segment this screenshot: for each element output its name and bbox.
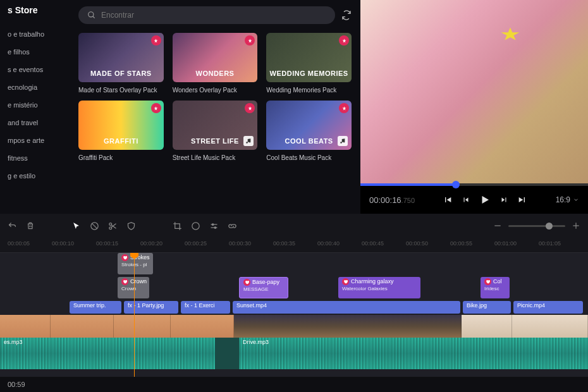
skip-start-icon[interactable] bbox=[443, 194, 453, 205]
pack-card[interactable]: STREET LIFEStreet Life Music Pack bbox=[173, 101, 258, 162]
clip-sublabel: Iridesc bbox=[484, 286, 506, 291]
pointer-tool-icon[interactable] bbox=[71, 221, 81, 231]
pack-thumb-text: COOL BEATS bbox=[285, 137, 333, 145]
heart-icon bbox=[121, 278, 128, 285]
preview-video[interactable] bbox=[360, 0, 588, 183]
overlay-track-1[interactable]: StrokesStrokes - pl bbox=[0, 253, 588, 276]
sidebar-item[interactable]: g e estilo bbox=[8, 167, 70, 185]
heart-icon bbox=[484, 278, 491, 285]
ruler-tick: 00:00:20 bbox=[140, 238, 185, 252]
time-ruler[interactable]: 00:00:0500:00:1000:00:1500:00:2000:00:25… bbox=[0, 238, 588, 253]
premium-badge-icon bbox=[245, 35, 255, 46]
svg-line-3 bbox=[92, 223, 97, 229]
search-box[interactable] bbox=[78, 6, 335, 24]
undo-icon[interactable] bbox=[8, 221, 17, 231]
video-thumb-track[interactable] bbox=[0, 315, 588, 338]
pack-thumb: WONDERS bbox=[173, 33, 258, 82]
refresh-icon[interactable] bbox=[341, 10, 352, 20]
clip[interactable]: Bike.jpg bbox=[463, 301, 511, 314]
sidebar-item[interactable]: mpos e arte bbox=[8, 132, 70, 149]
clip-label: Sunset.mp4 bbox=[236, 302, 267, 309]
clip[interactable]: Base-papyMESSAGE bbox=[239, 277, 288, 298]
audio-clip[interactable]: Drive.mp3 bbox=[239, 338, 588, 369]
clip[interactable]: Picnic.mp4 bbox=[513, 301, 583, 314]
video-thumbnail[interactable] bbox=[171, 315, 234, 338]
overlay-track-2[interactable]: CrownCrownBase-papyMESSAGECharming galax… bbox=[0, 277, 588, 300]
pack-thumb-text: MADE OF STARS bbox=[90, 70, 152, 77]
pack-title: Wonders Overlay Pack bbox=[173, 86, 258, 94]
link-tool-icon[interactable] bbox=[228, 221, 237, 231]
zoom-in-icon[interactable] bbox=[572, 221, 580, 230]
adjust-tool-icon[interactable] bbox=[209, 221, 219, 231]
timecode: 00:00:16.750 bbox=[369, 195, 415, 205]
store-title: s Store bbox=[8, 5, 70, 15]
sidebar-item[interactable]: s e eventos bbox=[8, 61, 70, 78]
video-thumbnail[interactable] bbox=[114, 315, 171, 338]
aspect-ratio-selector[interactable]: 16:9 bbox=[556, 195, 579, 204]
circle-tool-icon[interactable] bbox=[191, 221, 200, 231]
pack-card[interactable]: GRAFFITIGraffiti Pack bbox=[78, 101, 164, 162]
play-icon[interactable] bbox=[479, 194, 491, 205]
pack-card[interactable]: WEDDING MEMORIESWedding Memories Pack bbox=[266, 33, 352, 94]
premium-badge-icon bbox=[339, 103, 349, 113]
tracks-area[interactable]: StrokesStrokes - pl CrownCrownBase-papyM… bbox=[0, 253, 588, 377]
clip-label: Summer trip. bbox=[73, 302, 106, 309]
ruler-tick: 00:00:25 bbox=[185, 238, 229, 252]
clip-label: fx - 1 Exerci bbox=[185, 302, 215, 309]
pack-title: Street Life Music Pack bbox=[173, 154, 258, 162]
step-back-icon[interactable] bbox=[462, 194, 470, 205]
clip[interactable]: CrownCrown bbox=[118, 277, 149, 298]
sidebar-item[interactable]: ecnologia bbox=[8, 78, 70, 96]
svg-point-0 bbox=[89, 12, 94, 17]
sidebar-item[interactable]: fitness bbox=[8, 149, 70, 167]
ruler-tick: 00:00:35 bbox=[273, 238, 317, 252]
pack-card[interactable]: MADE OF STARSMade of Stars Overlay Pack bbox=[78, 33, 164, 94]
search-icon bbox=[87, 11, 96, 20]
video-thumbnail[interactable] bbox=[0, 315, 51, 338]
zoom-out-icon[interactable] bbox=[493, 221, 502, 230]
ruler-tick: 00:01:00 bbox=[494, 238, 539, 252]
search-input[interactable] bbox=[101, 11, 326, 20]
clip[interactable]: fx - 1 Party.jpg bbox=[124, 301, 178, 314]
clip[interactable]: Charming galaxyWatercolor Galaxies bbox=[338, 277, 420, 298]
sidebar-item[interactable]: e filhos bbox=[8, 43, 70, 61]
split-tool-icon[interactable] bbox=[108, 221, 118, 231]
video-thumbnail[interactable] bbox=[234, 315, 462, 338]
video-thumbnail[interactable] bbox=[51, 315, 114, 338]
pack-card[interactable]: WONDERSWonders Overlay Pack bbox=[173, 33, 258, 94]
step-forward-icon[interactable] bbox=[499, 194, 508, 205]
sidebar-item[interactable]: and travel bbox=[8, 114, 70, 132]
audio-track[interactable]: es.mp3Drive.mp3 bbox=[0, 338, 588, 369]
delete-icon[interactable] bbox=[26, 221, 35, 231]
crop-tool-icon[interactable] bbox=[173, 221, 182, 231]
pack-title: Cool Beats Music Pack bbox=[266, 154, 352, 162]
store-panel: MADE OF STARSMade of Stars Overlay PackW… bbox=[70, 0, 360, 214]
sidebar-item[interactable]: e mistério bbox=[8, 96, 70, 114]
audio-clip[interactable]: es.mp3 bbox=[0, 338, 215, 369]
clip[interactable]: fx - 1 Exerci bbox=[181, 301, 230, 314]
sidebar-item[interactable]: o e trabalho bbox=[8, 25, 70, 43]
video-label-track[interactable]: Summer trip.fx - 1 Party.jpgfx - 1 Exerc… bbox=[0, 301, 588, 314]
skip-end-icon[interactable] bbox=[517, 194, 527, 205]
shield-tool-icon[interactable] bbox=[126, 221, 136, 231]
clip[interactable]: Summer trip. bbox=[70, 301, 121, 314]
pack-card[interactable]: COOL BEATSCool Beats Music Pack bbox=[266, 101, 352, 162]
heart-icon bbox=[243, 279, 250, 286]
pack-thumb: MADE OF STARS bbox=[78, 33, 164, 82]
video-thumbnail[interactable] bbox=[512, 315, 588, 338]
zoom-slider[interactable] bbox=[508, 225, 565, 227]
progress-thumb[interactable] bbox=[452, 181, 460, 188]
ruler-tick: 00:00:05 bbox=[8, 238, 52, 252]
timeline-toolbar bbox=[0, 214, 588, 238]
clip[interactable]: StrokesStrokes - pl bbox=[118, 253, 153, 274]
pack-title: Graffiti Pack bbox=[78, 154, 164, 162]
video-thumbnail[interactable] bbox=[462, 315, 512, 338]
clip-sublabel: MESSAGE bbox=[243, 286, 284, 292]
pack-grid: MADE OF STARSMade of Stars Overlay PackW… bbox=[78, 33, 352, 162]
clip[interactable]: ColIridesc bbox=[481, 277, 510, 298]
progress-bar[interactable] bbox=[360, 183, 588, 186]
clip[interactable]: Sunset.mp4 bbox=[233, 301, 460, 314]
disable-tool-icon[interactable] bbox=[90, 221, 99, 231]
pack-thumb-text: GRAFFITI bbox=[104, 137, 138, 145]
clip-sublabel: Watercolor Galaxies bbox=[342, 286, 417, 291]
